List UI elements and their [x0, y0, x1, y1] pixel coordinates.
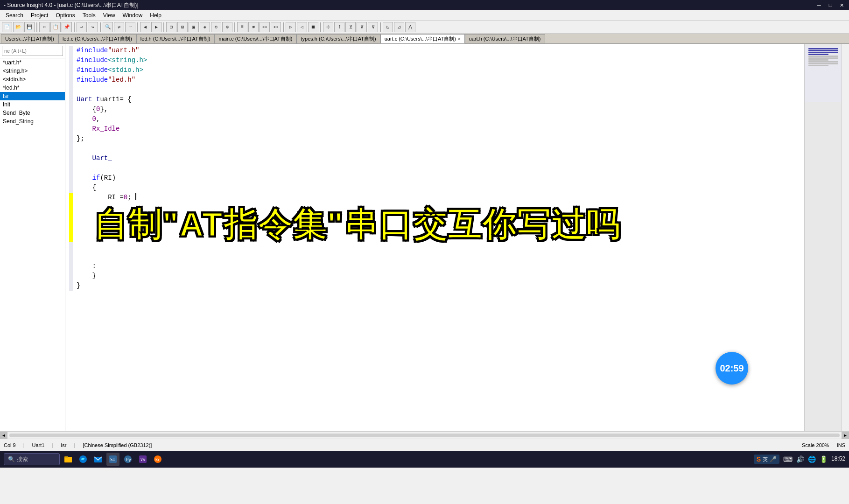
menu-options[interactable]: Options — [52, 11, 78, 20]
tb-save[interactable]: 💾 — [24, 22, 35, 32]
code-line-12: Uart_ — [69, 154, 800, 163]
hscroll-track[interactable] — [9, 434, 840, 437]
tb-c2[interactable]: ≢ — [248, 22, 259, 32]
tb-open[interactable]: 📂 — [13, 22, 23, 32]
tb-b5[interactable]: ⊕ — [211, 22, 221, 32]
gutter-5 — [69, 85, 73, 95]
minimize-button[interactable]: ─ — [815, 1, 823, 9]
tb-d3[interactable]: ⏹ — [308, 22, 318, 32]
tb-d1[interactable]: ▷ — [286, 22, 296, 32]
mail-icon — [93, 455, 103, 464]
tb-paste[interactable]: 📌 — [62, 22, 72, 32]
tab-led-c[interactable]: led.c (C:\Users\...\串口AT自制) — [58, 34, 136, 43]
code-line-3: #include <stdio.h> — [69, 65, 800, 75]
gutter-25 — [69, 281, 73, 291]
sidebar-item-init[interactable]: Init — [0, 100, 65, 109]
sidebar-item-send-string[interactable]: Send_String — [0, 117, 65, 126]
tb-redo[interactable]: ↪ — [88, 22, 98, 32]
tb-e3[interactable]: ⊻ — [345, 22, 356, 32]
status-bar: Col 9 | Uart1 | Isr | [Chinese Simplifie… — [0, 439, 849, 451]
menu-window[interactable]: Window — [119, 11, 147, 20]
tab-main-c[interactable]: main.c (C:\Users\...\串口AT自制) — [214, 34, 296, 43]
status-col: Col 9 — [4, 442, 16, 448]
menu-tools[interactable]: Tools — [79, 11, 99, 20]
menu-view[interactable]: View — [99, 11, 119, 20]
tb-c3[interactable]: ⊶ — [260, 22, 270, 32]
tb-b4[interactable]: ◈ — [200, 22, 210, 32]
tab-uart-c-close[interactable]: × — [458, 36, 461, 42]
taskbar-search[interactable]: 🔍 搜索 — [4, 453, 60, 465]
taskbar-icon-edge[interactable] — [77, 453, 90, 466]
tab-0[interactable]: Users\...\串口AT自制) — [1, 34, 58, 43]
status-encoding: [Chinese Simplified (GB2312)] — [83, 442, 152, 448]
tb-sep4 — [137, 22, 138, 32]
tab-types-h[interactable]: types.h (C:\Users\...\串口AT自制) — [296, 34, 380, 43]
gutter-11 — [69, 144, 73, 154]
taskbar-icon-mail[interactable] — [91, 453, 105, 466]
tb-cut[interactable]: ✂ — [39, 22, 49, 32]
close-button[interactable]: ✕ — [838, 1, 845, 9]
tab-led-h-label: led.h (C:\Users\...\串口AT自制) — [140, 35, 210, 42]
tb-e2[interactable]: ⊺ — [334, 22, 344, 32]
tb-replace[interactable]: ⇄ — [114, 22, 124, 32]
sidebar-item-send-byte[interactable]: Send_Byte — [0, 109, 65, 117]
tab-led-h[interactable]: led.h (C:\Users\...\串口AT自制) — [136, 34, 215, 43]
taskbar-icon-sourceinsight[interactable]: SI — [106, 453, 119, 466]
tb-find[interactable]: 🔍 — [103, 22, 113, 32]
sidebar-item-uart-h[interactable]: *uart.h* — [0, 58, 65, 67]
scrollbar-right[interactable] — [842, 44, 849, 431]
tab-uart-h[interactable]: uart.h (C:\Users\...\串口AT自制) — [465, 34, 545, 43]
code-line-11 — [69, 144, 800, 154]
gutter-8 — [69, 114, 73, 124]
tb-goto[interactable]: → — [125, 22, 135, 32]
gutter-3 — [69, 65, 73, 75]
tb-d2[interactable]: ◁ — [297, 22, 307, 32]
sidebar-item-string-h[interactable]: <string.h> — [0, 67, 65, 75]
search-input[interactable] — [2, 46, 63, 56]
code-line-6: Uart_t uart1 = { — [69, 95, 800, 105]
tb-b3[interactable]: ▣ — [189, 22, 199, 32]
ime-indicator[interactable]: S 英 🎤 — [754, 455, 779, 464]
menu-project[interactable]: Project — [27, 11, 52, 20]
minimap-inner — [805, 46, 842, 102]
tb-undo[interactable]: ↩ — [77, 22, 87, 32]
gutter-20-yellow — [69, 232, 73, 242]
tb-back[interactable]: ◀ — [140, 22, 150, 32]
code-line-4: #include "led.h" — [69, 75, 800, 85]
menu-help[interactable]: Help — [146, 11, 165, 20]
code-inc-3: <stdio.h> — [108, 65, 143, 75]
taskbar-icon-explorer[interactable] — [62, 453, 75, 466]
tb-b1[interactable]: ⊞ — [166, 22, 176, 32]
gutter-17-yellow — [69, 203, 73, 212]
hscroll-right-btn[interactable]: ▶ — [842, 432, 849, 439]
tb-fwd[interactable]: ▶ — [151, 22, 161, 32]
maximize-button[interactable]: □ — [827, 1, 834, 9]
tb-f2[interactable]: ⊿ — [394, 22, 404, 32]
sidebar-item-led-h[interactable]: *led.h* — [0, 84, 65, 92]
code-editor[interactable]: #include "uart.h" #include <string.h> #i… — [65, 44, 804, 431]
sidebar-item-stdio-h[interactable]: <stdio.h> — [0, 75, 65, 84]
tb-e5[interactable]: ⊽ — [368, 22, 378, 32]
tb-new[interactable]: 📄 — [2, 22, 12, 32]
taskbar-icon-browser[interactable]: Br — [151, 453, 164, 466]
hscroll-left-btn[interactable]: ◀ — [0, 432, 7, 439]
code-line-15: { — [69, 183, 800, 193]
tb-c1[interactable]: ≡ — [237, 22, 247, 32]
tb-f3[interactable]: ⋀ — [405, 22, 415, 32]
search-box — [0, 44, 65, 58]
tb-b2[interactable]: ⊠ — [177, 22, 188, 32]
tb-c4[interactable]: ⊷ — [271, 22, 281, 32]
sidebar-item-isr[interactable]: Isr — [0, 92, 65, 100]
taskbar-icon-vs[interactable]: VS — [136, 453, 149, 466]
tb-e1[interactable]: ⊹ — [323, 22, 333, 32]
taskbar-icon-python[interactable]: Py — [121, 453, 134, 466]
tab-uart-c[interactable]: uart.c (C:\Users\...\串口AT自制) × — [380, 34, 465, 43]
menu-search[interactable]: Search — [2, 11, 27, 20]
hscroll[interactable]: ◀ ▶ — [0, 431, 849, 439]
tb-b6[interactable]: ⊗ — [222, 22, 232, 32]
tab-uart-h-label: uart.h (C:\Users\...\串口AT自制) — [469, 35, 541, 42]
tb-e4[interactable]: ⊼ — [357, 22, 367, 32]
tb-copy[interactable]: 📋 — [50, 22, 61, 32]
code-line-7: {0}, — [69, 105, 800, 114]
tb-f1[interactable]: ⊾ — [383, 22, 393, 32]
